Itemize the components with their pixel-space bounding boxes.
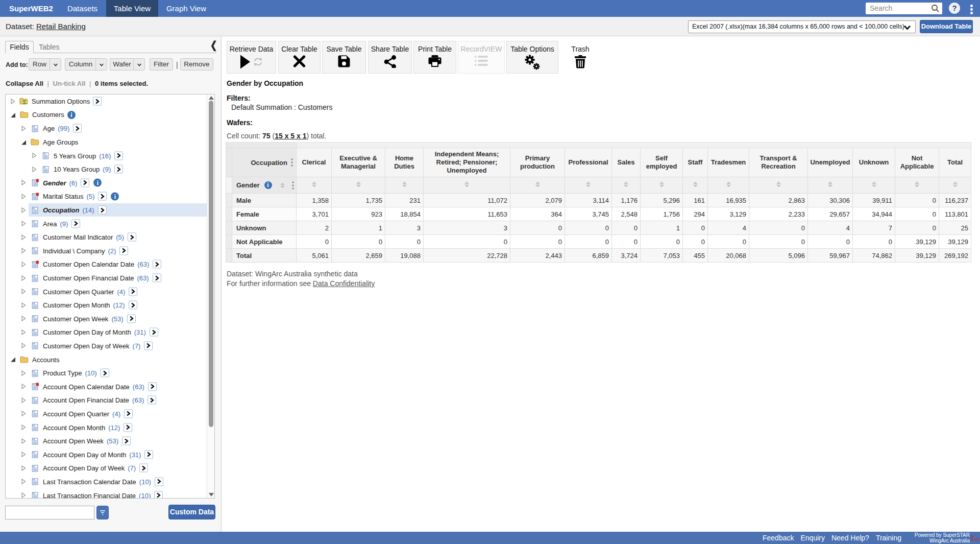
svg-text:✱: ✱ — [35, 260, 39, 265]
svg-text:✱: ✱ — [35, 192, 39, 197]
svg-text:ST: ST — [975, 537, 980, 542]
svg-text:Σ: Σ — [22, 100, 27, 105]
svg-text:✱: ✱ — [35, 383, 39, 387]
svg-text:1: 1 — [970, 533, 975, 542]
svg-text:✱: ✱ — [35, 179, 39, 183]
